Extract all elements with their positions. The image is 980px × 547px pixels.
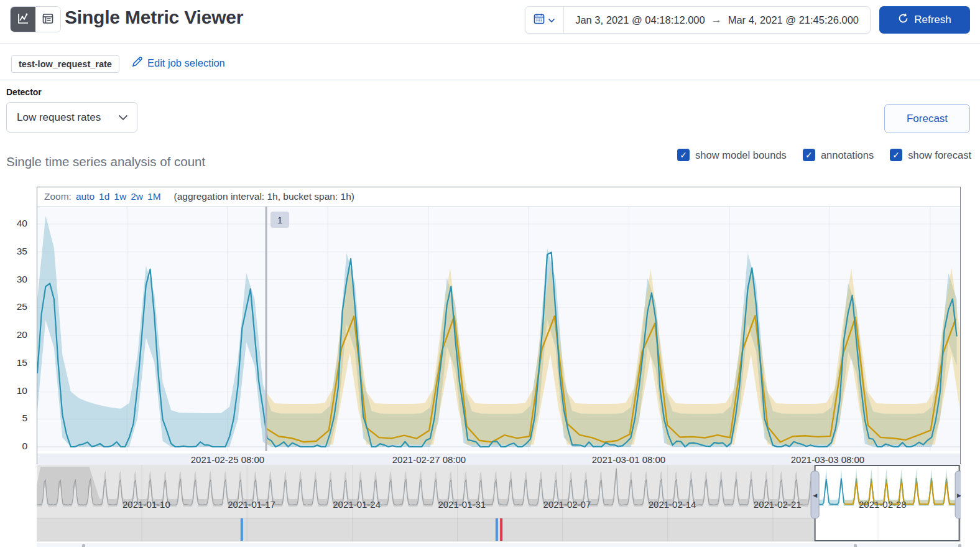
checkbox-label: show model bounds (695, 149, 787, 161)
refresh-icon (898, 13, 908, 27)
checkbox-box[interactable]: ✓ (677, 149, 690, 161)
scrollbar-handle[interactable] (958, 544, 961, 547)
triangle-left-icon: ◀ (813, 492, 817, 498)
checkbox-label: show forecast (908, 149, 971, 161)
pencil-icon (132, 57, 142, 70)
context-x-label: 2021-02-21 (754, 499, 802, 510)
table-view-toggle-button[interactable] (35, 7, 60, 32)
context-scrollbar[interactable] (37, 543, 961, 547)
checkbox-annotations[interactable]: ✓annotations (803, 149, 874, 161)
brush-handle-left[interactable]: ◀ (811, 471, 819, 518)
zoom-option-2w[interactable]: 2w (131, 191, 143, 202)
y-axis-tick: 5 (0, 412, 27, 424)
checkbox-show-model-bounds[interactable]: ✓show model bounds (677, 149, 787, 161)
checkbox-box[interactable]: ✓ (803, 149, 815, 161)
zoom-option-1w[interactable]: 1w (114, 191, 126, 202)
y-axis-tick: 40 (0, 217, 27, 230)
checkbox-show-forecast[interactable]: ✓show forecast (890, 149, 971, 161)
context-x-label: 2021-01-24 (333, 499, 381, 510)
svg-text:1: 1 (277, 215, 283, 225)
checkbox-box[interactable]: ✓ (890, 149, 902, 161)
chart-options-row: ✓show model bounds✓annotations✓show fore… (677, 149, 971, 161)
context-x-label: 2021-02-28 (859, 499, 907, 510)
edit-job-selection-label: Edit job selection (147, 57, 225, 69)
y-axis-tick: 35 (0, 245, 27, 258)
context-chart-svg[interactable]: 2021-01-102021-01-172021-01-242021-01-31… (37, 465, 961, 542)
swimlane-annotation-red[interactable] (500, 518, 502, 541)
swimlane-annotation-blue[interactable] (241, 518, 243, 541)
context-chart-container: 2021-01-102021-01-172021-01-242021-01-31… (37, 465, 961, 542)
context-x-label: 2021-01-17 (228, 499, 275, 510)
arrow-right-icon: → (711, 14, 722, 26)
y-axis-tick: 25 (0, 301, 27, 313)
line-chart-icon (17, 12, 29, 27)
zoom-links: auto1d1w2w1M (76, 191, 161, 202)
y-axis-tick: 15 (0, 357, 27, 369)
brush-handle-right[interactable]: ▶ (955, 471, 961, 518)
context-x-label: 2021-01-31 (438, 499, 486, 510)
context-x-label: 2021-02-14 (649, 499, 696, 510)
check-icon: ✓ (892, 151, 900, 159)
calendar-icon (534, 13, 545, 27)
triangle-right-icon: ▶ (957, 492, 961, 498)
zoom-option-1M[interactable]: 1M (147, 191, 161, 202)
divider (0, 44, 980, 44)
swimlane-annotation-blue[interactable] (496, 518, 498, 541)
x-axis-label: 2021-02-27 08:00 (392, 454, 466, 465)
chevron-down-icon (548, 14, 555, 26)
x-axis-label: 2021-03-03 08:00 (791, 454, 864, 465)
view-toggle-group (10, 6, 61, 32)
divider (0, 80, 980, 80)
y-axis-tick: 30 (0, 273, 27, 286)
detector-selected-value: Low request rates (17, 111, 101, 124)
context-x-label: 2021-01-10 (122, 499, 170, 510)
zoom-option-1d[interactable]: 1d (99, 191, 109, 202)
scrollbar-handle[interactable] (854, 544, 857, 547)
edit-job-selection-link[interactable]: Edit job selection (132, 57, 225, 70)
focus-chart-container: Zoom: auto1d1w2w1M (aggregation interval… (37, 187, 961, 464)
aggregation-note: (aggregation interval: 1h, bucket span: … (174, 191, 354, 202)
date-quick-select-button[interactable] (525, 7, 564, 33)
detector-select[interactable]: Low request rates (6, 102, 137, 133)
zoom-option-auto[interactable]: auto (76, 191, 95, 202)
focus-x-axis: 2021-02-25 08:002021-02-27 08:002021-03-… (37, 454, 960, 466)
y-axis-tick: 10 (0, 385, 27, 397)
chevron-down-icon (118, 111, 128, 124)
time-range-picker[interactable]: Jan 3, 2021 @ 04:18:12.000 → Mar 4, 2021… (525, 6, 871, 34)
job-badge: test-low_request_rate (11, 55, 119, 73)
refresh-button[interactable]: Refresh (879, 6, 970, 34)
check-icon: ✓ (805, 151, 813, 159)
forecast-button[interactable]: Forecast (884, 104, 970, 133)
check-icon: ✓ (680, 151, 687, 159)
zoom-toolbar: Zoom: auto1d1w2w1M (aggregation interval… (37, 187, 960, 207)
chart-view-toggle-button[interactable] (11, 7, 35, 32)
y-axis-tick: 20 (0, 329, 27, 341)
x-axis-label: 2021-03-01 08:00 (592, 454, 665, 465)
time-range-start[interactable]: Jan 3, 2021 @ 04:18:12.000 (575, 14, 705, 26)
x-axis-label: 2021-02-25 08:00 (191, 454, 264, 465)
analysis-heading: Single time series analysis of count (6, 154, 205, 169)
page-title: Single Metric Viewer (65, 7, 243, 28)
time-range-end[interactable]: Mar 4, 2021 @ 21:45:26.000 (728, 14, 859, 26)
table-icon (42, 12, 54, 27)
y-axis-tick: 0 (0, 440, 27, 452)
focus-chart-svg[interactable]: 1 (37, 207, 960, 451)
detector-label: Detector (6, 87, 42, 97)
scrollbar-handle[interactable] (82, 544, 85, 547)
context-x-label: 2021-02-07 (543, 499, 591, 510)
checkbox-label: annotations (821, 149, 874, 161)
zoom-label: Zoom: (44, 191, 72, 202)
refresh-button-label: Refresh (914, 14, 951, 26)
